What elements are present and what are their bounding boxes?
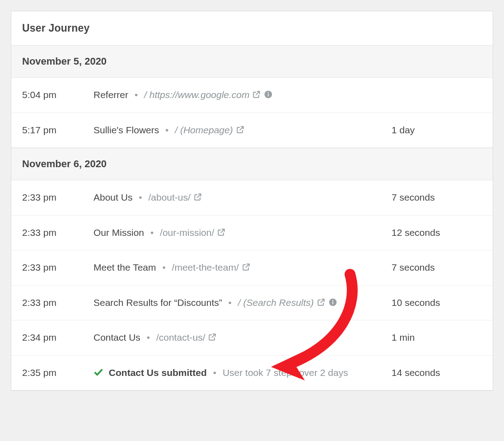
row-main: Referrer • / https://www.google.com (93, 88, 383, 103)
external-link-icon[interactable] (193, 192, 202, 202)
row-duration: 1 min (392, 330, 482, 345)
separator-dot: • (162, 125, 172, 135)
row-main: Contact Us submitted • User took 7 steps… (93, 366, 383, 380)
info-icon[interactable] (264, 90, 273, 99)
row-title: Our Mission (93, 227, 144, 238)
row-duration: 10 seconds (392, 296, 482, 310)
row-path: / (Search Results) (238, 297, 314, 308)
external-link-icon[interactable] (236, 125, 245, 134)
row-time: 5:17 pm (22, 123, 85, 138)
info-icon[interactable] (328, 298, 337, 307)
journey-row: 2:35 pm Contact Us submitted • User took… (11, 356, 493, 391)
external-link-icon[interactable] (317, 298, 326, 307)
row-title: Meet the Team (93, 262, 156, 272)
row-path: /our-mission/ (160, 227, 214, 238)
row-duration: 1 day (392, 123, 482, 138)
journey-row: 2:33 pm Search Results for “Discounts” •… (11, 286, 493, 321)
row-main: Search Results for “Discounts” • / (Sear… (93, 296, 383, 310)
row-time: 2:35 pm (22, 366, 85, 380)
row-main: Our Mission • /our-mission/ (93, 225, 383, 240)
row-path: /meet-the-team/ (172, 262, 239, 272)
row-main: Meet the Team • /meet-the-team/ (93, 260, 383, 275)
journey-row: 2:34 pm Contact Us • /contact-us/ 1 min (11, 320, 493, 356)
separator-dot: • (147, 227, 157, 238)
separator-dot: • (131, 89, 141, 100)
row-path: / https://www.google.com (144, 89, 249, 100)
row-duration: 12 seconds (392, 225, 482, 240)
row-note: User took 7 steps over 2 days (223, 367, 348, 378)
svg-point-5 (332, 300, 333, 300)
svg-point-2 (268, 92, 269, 93)
row-time: 5:04 pm (22, 88, 85, 103)
row-path: /about-us/ (148, 192, 190, 202)
row-main: About Us • /about-us/ (93, 190, 383, 205)
date-header: November 6, 2020 (11, 148, 493, 180)
row-title: Contact Us (93, 332, 140, 342)
separator-dot: • (210, 367, 220, 378)
row-time: 2:34 pm (22, 330, 85, 345)
separator-dot: • (143, 332, 154, 342)
external-link-icon[interactable] (252, 90, 261, 99)
row-title: Search Results for “Discounts” (93, 297, 222, 308)
row-title: Contact Us submitted (109, 367, 207, 378)
row-duration: 14 seconds (392, 366, 482, 380)
external-link-icon[interactable] (217, 228, 226, 237)
row-path: /contact-us/ (156, 332, 205, 342)
row-time: 2:33 pm (22, 260, 85, 275)
panel-title: User Journey (11, 11, 493, 45)
row-duration: 7 seconds (392, 260, 482, 275)
row-time: 2:33 pm (22, 225, 85, 240)
row-duration (392, 88, 482, 103)
row-duration: 7 seconds (392, 190, 482, 205)
journey-row: 2:33 pm Meet the Team • /meet-the-team/ … (11, 250, 493, 286)
journey-row: 5:17 pm Sullie's Flowers • / (Homepage) … (11, 113, 493, 148)
check-icon (93, 367, 103, 377)
external-link-icon[interactable] (242, 263, 251, 272)
external-link-icon[interactable] (208, 333, 217, 342)
row-main: Sullie's Flowers • / (Homepage) (93, 123, 383, 138)
user-journey-panel: User Journey November 5, 2020 5:04 pm Re… (11, 11, 493, 391)
date-header: November 5, 2020 (11, 45, 493, 78)
separator-dot: • (135, 192, 145, 202)
row-path: / (Homepage) (175, 125, 233, 135)
row-title: About Us (93, 192, 132, 202)
separator-dot: • (225, 297, 235, 308)
svg-rect-4 (332, 301, 333, 304)
journey-row: 2:33 pm Our Mission • /our-mission/ 12 s… (11, 216, 493, 251)
separator-dot: • (159, 262, 169, 272)
row-time: 2:33 pm (22, 190, 85, 205)
row-title: Sullie's Flowers (93, 125, 159, 135)
journey-row: 2:33 pm About Us • /about-us/ 7 seconds (11, 180, 493, 216)
row-time: 2:33 pm (22, 296, 85, 310)
row-title: Referrer (93, 89, 128, 100)
row-main: Contact Us • /contact-us/ (93, 330, 383, 345)
svg-rect-1 (268, 94, 269, 96)
journey-row: 5:04 pm Referrer • / https://www.google.… (11, 78, 493, 113)
